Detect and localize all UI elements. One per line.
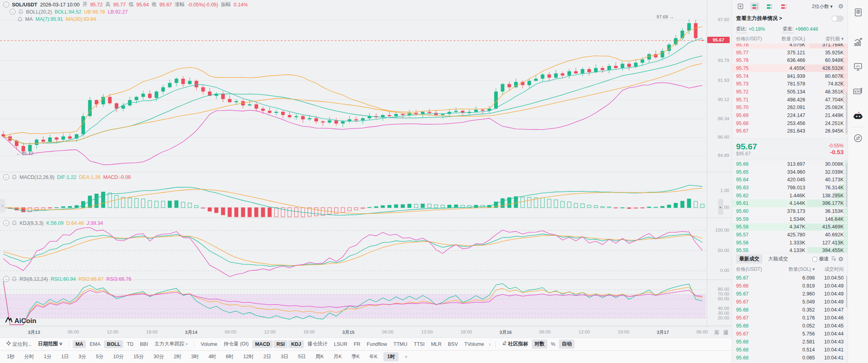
ask-row[interactable]: 95.67281.64326.945K [732,127,848,135]
timeframe-3日[interactable]: 3日 [277,352,292,361]
speed-checkbox[interactable] [812,257,817,262]
ask-row[interactable]: 95.77375.12135.925K [732,49,848,57]
timeframe-1时[interactable]: 1时 [383,352,398,361]
trade-row[interactable]: 95.670.17610:04:46 [732,314,848,322]
alert-bell-icon[interactable] [12,220,17,226]
indicator-tvolume[interactable]: TVolume [461,340,487,348]
expand-right-handle[interactable]: ▸ [718,199,723,215]
sort-caret-icon[interactable]: ▾ [841,36,844,42]
timeframe-月K[interactable]: 月K [330,352,345,361]
indicator-td[interactable]: TD [124,340,136,348]
trade-row[interactable]: 95.660.91910:04:49 [732,282,848,290]
collapse-chevron-icon[interactable]: ⌄ [10,9,16,15]
indicator-liquidation[interactable]: 爆仓统计 [305,339,330,349]
timeframe-2时[interactable]: 2时 [170,352,185,361]
trade-row[interactable]: 95.680.51410:04:41 [732,346,848,354]
indicator-mlr[interactable]: MLR [428,340,444,348]
collapse-left-handle[interactable]: ‹ [0,199,5,212]
ask-row[interactable]: 95.73781.57874.82K [732,80,848,88]
timeframe-10分[interactable]: 10分 [110,352,127,361]
trade-row[interactable]: 95.680.05210:04:45 [732,322,848,330]
timeframe-15分[interactable]: 15分 [130,352,148,361]
timeframe-3时[interactable]: 3时 [188,352,202,361]
bid-row[interactable]: 95.614.144K396.177K [732,199,848,207]
scrollbar-thumb[interactable] [846,91,847,133]
timeframe-5分[interactable]: 5分 [92,352,107,361]
timeframe-12时[interactable]: 12时 [239,352,257,361]
decimals-dropdown[interactable]: 2位小数▾ [812,3,833,10]
ask-row[interactable]: 95.71498.42647.704K [732,96,848,104]
indicator-fundflow[interactable]: Fundflow [364,340,390,348]
tab-large-trades[interactable]: 大额成交 [768,256,788,262]
alert-bell-icon[interactable] [18,9,23,14]
axis-extra-button[interactable]: 筹 [714,329,719,336]
close-timeframe-icon[interactable]: × [401,353,411,361]
timeframe-2日[interactable]: 2日 [260,352,275,361]
timeframe-1日[interactable]: 1日 [58,352,72,361]
trade-row[interactable]: 95.680.06510:04:41 [732,354,848,362]
bid-row[interactable]: 95.66313.69730.008K [732,160,848,168]
timeframe-周K[interactable]: 周K [312,352,327,361]
log-scale-toggle[interactable]: 对数 [532,339,547,349]
ask-row[interactable]: 95.76636.46660.948K [732,56,848,64]
ask-row[interactable]: 95.69224.14721.449K [732,111,848,119]
indicator-volume[interactable]: Volume [198,340,220,348]
orderbook-both-icon[interactable] [750,2,759,10]
alert-bell-icon[interactable] [12,175,17,180]
indicator-kdj[interactable]: KDJ [288,340,304,348]
ledger-dollar-icon[interactable] [853,7,863,18]
orderbook-settings-gear-icon[interactable]: ⚙ [838,3,844,10]
timeframe-6时[interactable]: 6时 [222,352,237,361]
sort-list-icon[interactable] [831,256,836,262]
indicator-lsur[interactable]: LSUR [331,340,350,348]
date-range-button[interactable]: 日期范围 ˅ [35,339,65,349]
trades-settings-gear-icon[interactable]: ⚙ [838,256,844,263]
alert-bell-icon[interactable] [18,17,22,22]
bid-row[interactable]: 95.554.133K394.455K [732,247,848,253]
monitor-chart-icon[interactable] [853,61,863,72]
indicator-ema[interactable]: EMA [87,340,103,348]
main-orders-toggle[interactable] [832,16,844,22]
indicator-oi[interactable]: 持仓量 (OI) [221,339,251,349]
collapse-chevron-icon[interactable]: ⌄ [3,2,9,8]
indicator-macd[interactable]: MACD [252,340,273,348]
trade-row[interactable]: 95.675.04910:04:49 [732,298,848,306]
indicator-ttmu[interactable]: TTMU [391,340,410,348]
scrollbar-thumb[interactable] [846,276,847,307]
bid-row[interactable]: 95.621.446K138.295K [732,192,848,200]
bid-row[interactable]: 95.65334.96032.039K [732,168,848,176]
timeframe-1分[interactable]: 1分 [40,352,55,361]
ask-row[interactable]: 95.754.455K426.532K [732,64,848,72]
timeframe-4时[interactable]: 4时 [205,352,219,361]
ask-row[interactable]: 95.72505.13448.351K [732,88,848,96]
trade-row[interactable]: 95.676.09810:04:50 [732,274,848,282]
indicator-ma[interactable]: MA [73,340,86,348]
trend-up-icon[interactable] [853,37,863,47]
trade-row[interactable]: 95.682.58110:04:43 [732,338,848,346]
bid-row[interactable]: 95.57425.78040.692K [732,231,848,239]
alert-bell-icon[interactable] [12,276,17,282]
bid-row[interactable]: 95.561.333K127.413K [732,239,848,247]
scrollbar-thumb[interactable] [846,163,847,207]
indicator-fr[interactable]: FR [351,340,363,348]
community-indicators-button[interactable]: 社区指标 [499,339,531,349]
indicator-more[interactable]: › [488,340,492,348]
trade-row[interactable]: 95.672.96010:04:49 [732,290,848,298]
etf-icon[interactable]: ETF [853,86,863,97]
indicator-ttsi[interactable]: TTSI [411,340,427,348]
auto-scale-toggle[interactable]: 自动 [559,339,575,349]
swap-icon[interactable] [853,133,863,143]
axis-extra-button[interactable]: 爆 [723,329,728,336]
indicator-bbi[interactable]: BBI [137,340,151,348]
locate-button[interactable]: 定位到... [3,339,34,349]
timeframe-分时[interactable]: 分时 [20,352,38,361]
indicator-bsv[interactable]: BSV [445,340,461,348]
timeframe-年K[interactable]: 年K [366,352,381,361]
timeframe-3分[interactable]: 3分 [75,352,90,361]
bid-row[interactable]: 95.591.534K146.64K [732,215,848,223]
ask-row[interactable]: 95.70262.09125.082K [732,104,848,112]
bid-row[interactable]: 95.584.347K415.469K [732,223,848,231]
orderbook-bids-icon[interactable] [765,2,774,10]
collapse-chevron-icon[interactable]: ⌄ [3,276,9,282]
ask-row[interactable]: 95.74841.93980.607K [732,72,848,80]
